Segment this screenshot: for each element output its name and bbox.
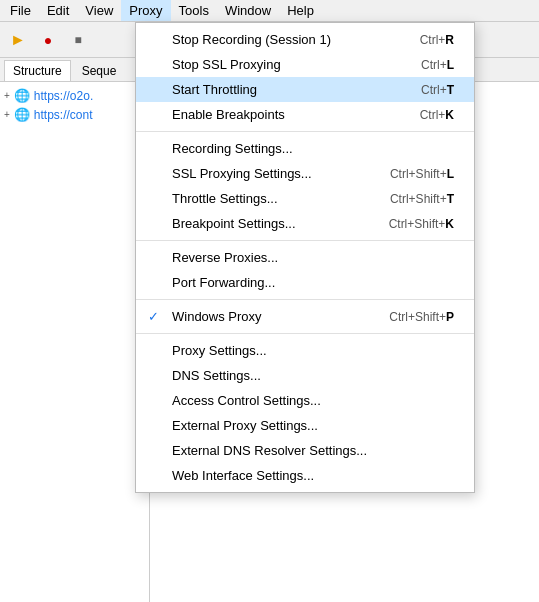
menu-view[interactable]: View bbox=[77, 0, 121, 21]
shortcut-bold-0: R bbox=[445, 33, 454, 47]
stop-button[interactable]: ■ bbox=[64, 26, 92, 54]
label-external-dns: External DNS Resolver Settings... bbox=[172, 443, 434, 458]
arrow-button[interactable]: ► bbox=[4, 26, 32, 54]
menu-item-recording-settings[interactable]: ✓ Recording Settings... bbox=[136, 136, 474, 161]
separator-1 bbox=[136, 131, 474, 132]
label-reverse-proxies: Reverse Proxies... bbox=[172, 250, 434, 265]
shortcut-bold-5: L bbox=[447, 167, 454, 181]
label-port-forwarding: Port Forwarding... bbox=[172, 275, 434, 290]
shortcut-bold-10: P bbox=[446, 310, 454, 324]
menu-item-stop-ssl[interactable]: ✓ Stop SSL Proxying Ctrl+L bbox=[136, 52, 474, 77]
shortcut-plain-0: Ctrl+ bbox=[420, 33, 446, 47]
shortcut-plain-3: Ctrl+ bbox=[420, 108, 446, 122]
shortcut-windows-proxy: Ctrl+Shift+P bbox=[389, 310, 454, 324]
globe-icon-2: 🌐 bbox=[14, 107, 30, 122]
menu-tools[interactable]: Tools bbox=[171, 0, 217, 21]
menu-help[interactable]: Help bbox=[279, 0, 322, 21]
menu-item-ssl-settings[interactable]: ✓ SSL Proxying Settings... Ctrl+Shift+L bbox=[136, 161, 474, 186]
shortcut-breakpoint-settings: Ctrl+Shift+K bbox=[389, 217, 454, 231]
label-breakpoint-settings: Breakpoint Settings... bbox=[172, 216, 369, 231]
shortcut-plain-10: Ctrl+Shift+ bbox=[389, 310, 446, 324]
label-access-control: Access Control Settings... bbox=[172, 393, 434, 408]
arrow-icon: ► bbox=[10, 31, 26, 49]
label-windows-proxy: Windows Proxy bbox=[172, 309, 369, 324]
separator-4 bbox=[136, 333, 474, 334]
shortcut-stop-ssl: Ctrl+L bbox=[421, 58, 454, 72]
label-ssl-settings: SSL Proxying Settings... bbox=[172, 166, 370, 181]
label-start-throttling: Start Throttling bbox=[172, 82, 401, 97]
menu-item-reverse-proxies[interactable]: ✓ Reverse Proxies... bbox=[136, 245, 474, 270]
shortcut-plain-5: Ctrl+Shift+ bbox=[390, 167, 447, 181]
sidebar-text-2: https://cont bbox=[34, 108, 93, 122]
separator-2 bbox=[136, 240, 474, 241]
menu-item-stop-recording[interactable]: ✓ Stop Recording (Session 1) Ctrl+R bbox=[136, 27, 474, 52]
menu-proxy[interactable]: Proxy bbox=[121, 0, 170, 21]
menu-window[interactable]: Window bbox=[217, 0, 279, 21]
shortcut-bold-7: K bbox=[445, 217, 454, 231]
menu-item-access-control[interactable]: ✓ Access Control Settings... bbox=[136, 388, 474, 413]
menu-item-external-proxy[interactable]: ✓ External Proxy Settings... bbox=[136, 413, 474, 438]
label-external-proxy: External Proxy Settings... bbox=[172, 418, 434, 433]
label-throttle-settings: Throttle Settings... bbox=[172, 191, 370, 206]
shortcut-bold-6: T bbox=[447, 192, 454, 206]
menu-item-proxy-settings[interactable]: ✓ Proxy Settings... bbox=[136, 338, 474, 363]
shortcut-plain-2: Ctrl+ bbox=[421, 83, 447, 97]
label-dns-settings: DNS Settings... bbox=[172, 368, 434, 383]
menubar: File Edit View Proxy Tools Window Help bbox=[0, 0, 539, 22]
tab-sequence[interactable]: Seque bbox=[73, 60, 126, 81]
sidebar-item-2[interactable]: + 🌐 https://cont bbox=[0, 105, 149, 124]
menu-item-start-throttling[interactable]: ✓ Start Throttling Ctrl+T bbox=[136, 77, 474, 102]
checkmark-windows-proxy: ✓ bbox=[148, 309, 159, 324]
menu-item-web-interface[interactable]: ✓ Web Interface Settings... bbox=[136, 463, 474, 488]
shortcut-ssl-settings: Ctrl+Shift+L bbox=[390, 167, 454, 181]
label-stop-ssl: Stop SSL Proxying bbox=[172, 57, 401, 72]
label-proxy-settings: Proxy Settings... bbox=[172, 343, 434, 358]
globe-icon-1: 🌐 bbox=[14, 88, 30, 103]
expand-icon-1: + bbox=[4, 90, 10, 101]
menu-item-breakpoint-settings[interactable]: ✓ Breakpoint Settings... Ctrl+Shift+K bbox=[136, 211, 474, 236]
shortcut-bold-3: K bbox=[445, 108, 454, 122]
shortcut-plain-1: Ctrl+ bbox=[421, 58, 447, 72]
sidebar: + 🌐 https://o2o. + 🌐 https://cont bbox=[0, 82, 150, 602]
shortcut-plain-6: Ctrl+Shift+ bbox=[390, 192, 447, 206]
shortcut-bold-2: T bbox=[447, 83, 454, 97]
menu-item-external-dns[interactable]: ✓ External DNS Resolver Settings... bbox=[136, 438, 474, 463]
shortcut-plain-7: Ctrl+Shift+ bbox=[389, 217, 446, 231]
stop-icon: ■ bbox=[74, 33, 81, 47]
label-stop-recording: Stop Recording (Session 1) bbox=[172, 32, 400, 47]
shortcut-breakpoints: Ctrl+K bbox=[420, 108, 454, 122]
label-recording-settings: Recording Settings... bbox=[172, 141, 434, 156]
menu-item-windows-proxy[interactable]: ✓ Windows Proxy Ctrl+Shift+P bbox=[136, 304, 474, 329]
menu-item-port-forwarding[interactable]: ✓ Port Forwarding... bbox=[136, 270, 474, 295]
proxy-dropdown-menu: ✓ Stop Recording (Session 1) Ctrl+R ✓ St… bbox=[135, 22, 475, 493]
shortcut-throttling: Ctrl+T bbox=[421, 83, 454, 97]
shortcut-throttle-settings: Ctrl+Shift+T bbox=[390, 192, 454, 206]
menu-file[interactable]: File bbox=[2, 0, 39, 21]
tab-structure[interactable]: Structure bbox=[4, 60, 71, 81]
expand-icon-2: + bbox=[4, 109, 10, 120]
sidebar-item-1[interactable]: + 🌐 https://o2o. bbox=[0, 86, 149, 105]
label-web-interface: Web Interface Settings... bbox=[172, 468, 434, 483]
menu-item-throttle-settings[interactable]: ✓ Throttle Settings... Ctrl+Shift+T bbox=[136, 186, 474, 211]
record-icon: ● bbox=[44, 32, 52, 48]
record-button[interactable]: ● bbox=[34, 26, 62, 54]
proxy-dropdown-overlay: ✓ Stop Recording (Session 1) Ctrl+R ✓ St… bbox=[135, 22, 475, 493]
sidebar-text-1: https://o2o. bbox=[34, 89, 93, 103]
menu-edit[interactable]: Edit bbox=[39, 0, 77, 21]
shortcut-stop-recording: Ctrl+R bbox=[420, 33, 454, 47]
label-enable-breakpoints: Enable Breakpoints bbox=[172, 107, 400, 122]
separator-3 bbox=[136, 299, 474, 300]
shortcut-bold-1: L bbox=[447, 58, 454, 72]
menu-item-enable-breakpoints[interactable]: ✓ Enable Breakpoints Ctrl+K bbox=[136, 102, 474, 127]
menu-item-dns-settings[interactable]: ✓ DNS Settings... bbox=[136, 363, 474, 388]
